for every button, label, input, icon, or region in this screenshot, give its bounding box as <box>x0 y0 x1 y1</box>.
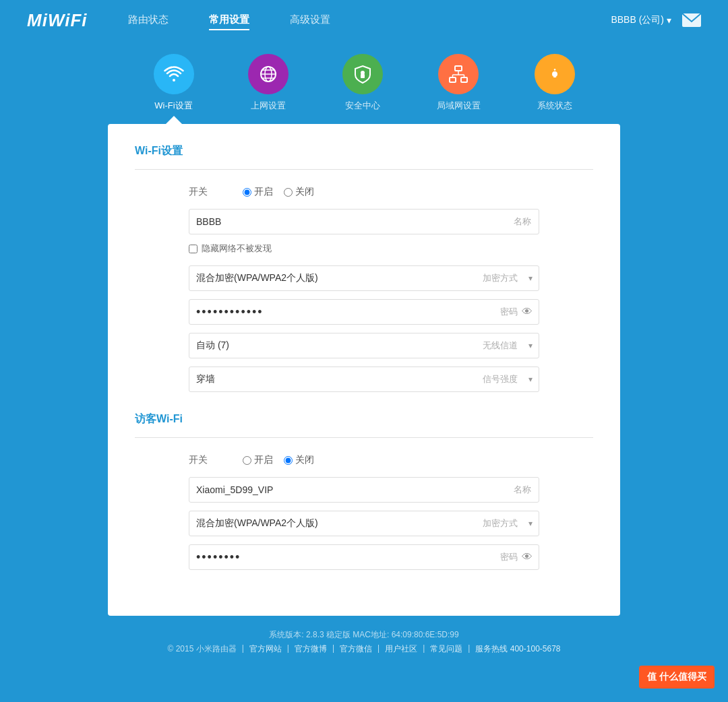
visitor-divider <box>135 437 593 438</box>
visitor-form: 开关 开启 关闭 名称 <box>189 454 539 570</box>
visitor-switch-off-label[interactable]: 关闭 <box>284 454 314 466</box>
main-nav: 路由状态 常用设置 高级设置 <box>128 11 611 30</box>
nav-wifi-settings[interactable]: Wi-Fi设置 <box>154 54 194 124</box>
channel-select[interactable]: 自动 (7) <box>189 333 539 358</box>
user-menu[interactable]: BBBB (公司) ▾ <box>611 14 671 26</box>
active-indicator <box>166 116 182 124</box>
ssid-wrapper: 名称 <box>189 209 539 234</box>
username: BBBB (公司) <box>611 14 664 26</box>
password-eye-icon[interactable]: 👁 <box>522 306 533 318</box>
lan-icon-circle <box>438 54 479 94</box>
mail-icon[interactable] <box>682 13 701 27</box>
svg-rect-7 <box>361 74 365 78</box>
visitor-section-title: 访客Wi-Fi <box>135 412 593 426</box>
visitor-ssid-wrapper: 名称 <box>189 477 539 503</box>
nav-common-settings[interactable]: 常用设置 <box>209 11 249 30</box>
password-input[interactable] <box>189 299 539 325</box>
visitor-ssid-input[interactable] <box>189 477 539 503</box>
channel-wrapper: 自动 (7) 无线信道 <box>189 333 539 358</box>
hide-network-checkbox[interactable] <box>189 245 198 253</box>
logo: MiWiFi <box>27 10 88 31</box>
svg-rect-10 <box>461 77 467 82</box>
ssid-input[interactable] <box>189 209 539 234</box>
visitor-password-wrapper: 密码 👁 <box>189 544 539 570</box>
visitor-password-input[interactable] <box>189 544 539 570</box>
visitor-switch-off-radio[interactable] <box>284 456 293 465</box>
visitor-encryption-wrapper: 混合加密(WPA/WPA2个人版) 加密方式 <box>189 511 539 536</box>
footer-link-official[interactable]: 官方网站 <box>249 643 282 655</box>
system-icon-circle: i <box>535 54 575 94</box>
password-wrapper: 密码 👁 <box>189 299 539 325</box>
visitor-switch-label: 开关 <box>189 454 243 466</box>
wifi-form: 开关 开启 关闭 名称 <box>189 186 539 392</box>
security-label: 安全中心 <box>345 100 380 112</box>
wifi-switch-row: 开关 开启 关闭 <box>189 186 539 198</box>
wifi-divider <box>135 169 593 170</box>
hide-network-label: 隐藏网络不被发现 <box>202 243 272 255</box>
visitor-wifi-section: 访客Wi-Fi 开关 开启 关闭 <box>135 412 593 570</box>
watermark: 值 什么值得买 <box>639 666 715 689</box>
main-container: Wi-Fi设置 开关 开启 关闭 <box>108 124 620 616</box>
icon-nav: Wi-Fi设置 上网设置 安全中心 <box>0 40 728 124</box>
footer-link-weixin[interactable]: 官方微信 <box>340 643 372 655</box>
internet-label: 上网设置 <box>251 100 286 112</box>
visitor-switch-radio-group: 开启 关闭 <box>243 454 314 466</box>
wifi-switch-off-label[interactable]: 关闭 <box>284 186 314 198</box>
svg-rect-8 <box>455 66 462 71</box>
hide-network-row: 隐藏网络不被发现 <box>189 243 539 255</box>
lan-label: 局域网设置 <box>437 100 481 112</box>
footer-link-faq[interactable]: 常见问题 <box>430 643 462 655</box>
watermark-text: 什么值得买 <box>659 671 706 682</box>
visitor-switch-on-radio[interactable] <box>243 456 251 465</box>
header-right: BBBB (公司) ▾ <box>611 13 701 27</box>
footer-link-hotline[interactable]: 服务热线 400-100-5678 <box>475 643 560 655</box>
security-icon-circle <box>342 54 383 94</box>
wifi-section-title: Wi-Fi设置 <box>135 144 593 158</box>
encryption-select[interactable]: 混合加密(WPA/WPA2个人版) <box>189 265 539 291</box>
nav-lan-settings[interactable]: 局域网设置 <box>437 54 481 124</box>
wifi-switch-off-radio[interactable] <box>284 188 293 197</box>
footer-links: © 2015 小米路由器 | 官方网站 | 官方微博 | 官方微信 | 用户社区… <box>0 643 728 655</box>
user-dropdown-icon: ▾ <box>667 15 671 26</box>
nav-security-center[interactable]: 安全中心 <box>342 54 383 124</box>
wifi-settings-section: Wi-Fi设置 开关 开启 关闭 <box>135 144 593 392</box>
wifi-switch-on-radio[interactable] <box>243 188 251 197</box>
footer-copyright: © 2015 小米路由器 <box>167 643 236 655</box>
signal-select[interactable]: 穿墙 <box>189 366 539 392</box>
footer: 系统版本: 2.8.3 稳定版 MAC地址: 64:09:80:6E:5D:99… <box>0 616 728 666</box>
wifi-switch-on-label[interactable]: 开启 <box>243 186 273 198</box>
visitor-password-eye-icon[interactable]: 👁 <box>522 551 533 563</box>
internet-icon-circle <box>248 54 289 94</box>
footer-link-community[interactable]: 用户社区 <box>385 643 417 655</box>
visitor-switch-row: 开关 开启 关闭 <box>189 454 539 466</box>
footer-link-weibo[interactable]: 官方微博 <box>295 643 327 655</box>
footer-system-info: 系统版本: 2.8.3 稳定版 MAC地址: 64:09:80:6E:5D:99 <box>0 629 728 641</box>
visitor-switch-on-label[interactable]: 开启 <box>243 454 273 466</box>
svg-rect-9 <box>450 77 456 82</box>
watermark-icon: 值 <box>647 671 657 682</box>
system-label: 系统状态 <box>537 100 572 112</box>
wifi-switch-label: 开关 <box>189 186 243 198</box>
wifi-label: Wi-Fi设置 <box>154 100 192 112</box>
nav-router-status[interactable]: 路由状态 <box>128 11 169 30</box>
visitor-encryption-select[interactable]: 混合加密(WPA/WPA2个人版) <box>189 511 539 536</box>
encryption-wrapper: 混合加密(WPA/WPA2个人版) 加密方式 <box>189 265 539 291</box>
wifi-switch-radio-group: 开启 关闭 <box>243 186 314 198</box>
signal-wrapper: 穿墙 信号强度 <box>189 366 539 392</box>
nav-internet-settings[interactable]: 上网设置 <box>248 54 289 124</box>
main-wrapper: Wi-Fi设置 开关 开启 关闭 <box>0 124 728 616</box>
wifi-icon-circle <box>154 54 194 94</box>
svg-text:i: i <box>553 67 556 80</box>
nav-system-status[interactable]: i 系统状态 <box>535 54 575 124</box>
header: MiWiFi 路由状态 常用设置 高级设置 BBBB (公司) ▾ <box>0 0 728 40</box>
nav-advanced-settings[interactable]: 高级设置 <box>290 11 330 30</box>
